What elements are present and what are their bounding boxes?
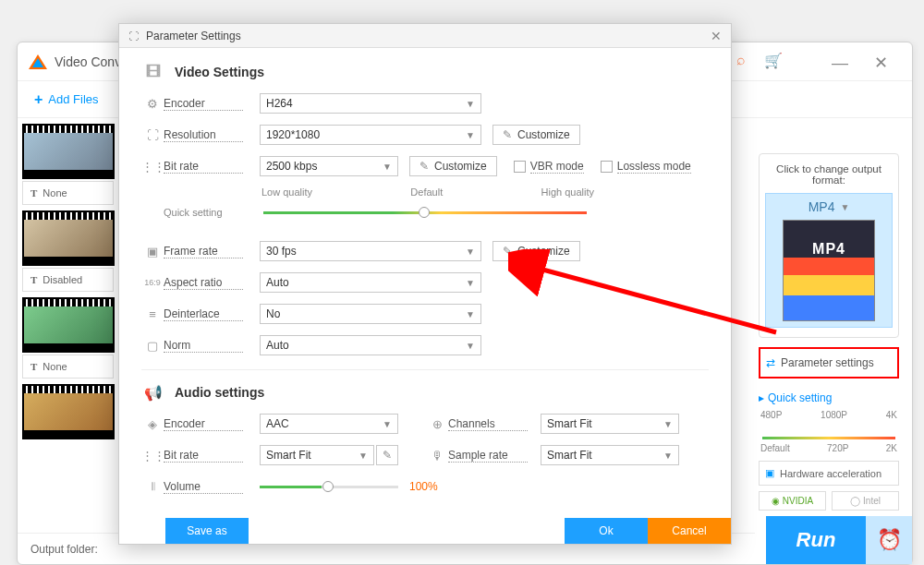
hardware-accel-box[interactable]: ▣ Hardware acceleration: [759, 461, 899, 486]
bitrate-customize-button[interactable]: ✎Customize: [409, 156, 497, 176]
close-button[interactable]: ✕: [868, 50, 894, 76]
encoder-label: Encoder: [164, 97, 243, 111]
text-icon: T: [30, 361, 37, 372]
audio-encoder-icon: ◈: [141, 417, 164, 431]
channels-select[interactable]: Smart Fit▼: [541, 414, 679, 434]
deinterlace-select[interactable]: No▼: [260, 304, 481, 324]
app-logo-icon: [29, 54, 47, 69]
parameter-settings-dialog: ⛶ Parameter Settings ✕ 🎞 Video Settings …: [118, 23, 732, 545]
video-encoder-select[interactable]: H264▼: [260, 93, 481, 114]
chevron-down-icon: ▼: [359, 451, 368, 461]
quick-quality-slider[interactable]: [762, 437, 895, 439]
pencil-icon: ✎: [383, 449, 392, 462]
lossless-label: Lossless mode: [617, 160, 691, 174]
chevron-down-icon: ▼: [466, 278, 475, 288]
nvidia-icon: ◉: [772, 496, 780, 506]
cart-icon[interactable]: 🛒: [764, 52, 783, 69]
chevron-down-icon: ▼: [663, 419, 673, 429]
search-icon[interactable]: ⌕: [736, 52, 746, 69]
framerate-customize-button[interactable]: ✎Customize: [492, 241, 580, 261]
intel-toggle[interactable]: ◯Intel: [832, 491, 899, 511]
schedule-button[interactable]: ⏰: [866, 516, 912, 564]
output-format-title: Click to change output format:: [765, 163, 893, 186]
resolution-customize-button[interactable]: ✎Customize: [492, 125, 580, 145]
audio-encoder-select[interactable]: AAC▼: [260, 414, 398, 434]
audio-section-header: 📢 Audio settings: [141, 383, 709, 402]
text-icon: T: [30, 187, 37, 198]
gear-icon: ⚙: [141, 97, 164, 111]
dialog-title: Parameter Settings: [146, 30, 241, 42]
chevron-down-icon: ▼: [466, 246, 475, 257]
subtitle-pill[interactable]: TNone: [22, 181, 114, 205]
nvidia-toggle[interactable]: ◉NVIDIA: [759, 491, 826, 511]
framerate-label: Frame rate: [164, 245, 243, 258]
run-button[interactable]: Run: [766, 516, 866, 564]
output-folder-label: Output folder:: [30, 543, 98, 556]
quick-setting-link[interactable]: ▸Quick setting: [759, 391, 899, 404]
video-thumbnail[interactable]: [22, 124, 115, 179]
sliders-icon: ⛶: [128, 30, 139, 42]
pencil-icon: ✎: [503, 128, 512, 141]
audio-bitrate-icon: ⋮⋮: [141, 449, 164, 463]
aspect-label: Aspect ratio: [164, 276, 243, 290]
aspect-select[interactable]: Auto▼: [260, 272, 481, 293]
chevron-down-icon: ▼: [466, 341, 475, 351]
resolution-label: Resolution: [164, 128, 243, 142]
vbr-checkbox[interactable]: [514, 161, 526, 173]
norm-label: Norm: [164, 339, 243, 353]
chevron-down-icon: ▼: [466, 130, 475, 140]
chevron-down-icon: ▼: [840, 202, 849, 212]
volume-icon: ⦀: [141, 479, 164, 494]
volume-label: Volume: [164, 480, 243, 494]
thumbnail-column: TNone TDisabled TNone: [18, 118, 119, 533]
chevron-down-icon: ▼: [383, 162, 392, 172]
quality-slider[interactable]: [263, 211, 587, 214]
resolution-select[interactable]: 1920*1080▼: [260, 125, 481, 145]
chevron-down-icon: ▼: [466, 309, 475, 319]
pencil-icon: ✎: [419, 160, 429, 173]
video-thumbnail[interactable]: [22, 297, 115, 353]
dialog-close-button[interactable]: ✕: [711, 29, 722, 43]
chevron-down-icon: ▼: [663, 451, 673, 461]
parameter-settings-link[interactable]: ⇄ Parameter settings: [759, 347, 899, 379]
output-panel: Click to change output format: MP4▼ MP4 …: [759, 153, 899, 511]
video-thumbnail[interactable]: [22, 384, 115, 439]
add-files-label: Add Files: [48, 92, 98, 106]
cancel-button[interactable]: Cancel: [648, 518, 731, 544]
output-format-tile[interactable]: MP4▼ MP4: [765, 193, 893, 328]
norm-icon: ▢: [141, 339, 164, 353]
audio-bitrate-edit-button[interactable]: ✎: [376, 445, 398, 465]
video-section-header: 🎞 Video Settings: [141, 63, 709, 81]
volume-slider[interactable]: [260, 486, 398, 488]
add-files-button[interactable]: + Add Files: [34, 91, 99, 108]
pencil-icon: ✎: [503, 245, 512, 258]
intel-icon: ◯: [850, 496, 860, 506]
video-thumbnail[interactable]: [22, 210, 115, 266]
audio-bitrate-select[interactable]: Smart Fit▼: [260, 445, 374, 465]
format-preview-image: MP4: [783, 220, 875, 321]
audio-encoder-label: Encoder: [164, 417, 243, 431]
save-as-button[interactable]: Save as: [165, 518, 249, 544]
subtitle-pill[interactable]: TNone: [22, 355, 114, 379]
norm-select[interactable]: Auto▼: [260, 335, 481, 355]
minimize-button[interactable]: —: [827, 50, 853, 76]
subtitle-pill[interactable]: TDisabled: [22, 268, 114, 292]
channels-label: Channels: [448, 417, 528, 431]
dialog-titlebar: ⛶ Parameter Settings ✕: [119, 24, 731, 48]
app-title: Video Conv: [55, 54, 121, 69]
plus-icon: +: [34, 91, 43, 108]
video-bitrate-select[interactable]: 2500 kbps▼: [260, 156, 398, 176]
text-icon: T: [30, 274, 37, 285]
deinterlace-icon: ≡: [141, 307, 164, 321]
film-icon: 🎞: [141, 63, 165, 81]
samplerate-icon: 🎙: [426, 449, 448, 463]
ok-button[interactable]: Ok: [565, 518, 648, 544]
chip-icon: ▣: [765, 467, 774, 479]
lossless-checkbox[interactable]: [601, 161, 613, 173]
speaker-icon: 📢: [141, 383, 165, 402]
samplerate-select[interactable]: Smart Fit▼: [541, 445, 679, 465]
audio-bitrate-label: Bit rate: [164, 449, 243, 463]
vbr-label: VBR mode: [530, 160, 584, 174]
arrow-icon: ▸: [759, 391, 764, 404]
framerate-select[interactable]: 30 fps▼: [260, 241, 481, 261]
